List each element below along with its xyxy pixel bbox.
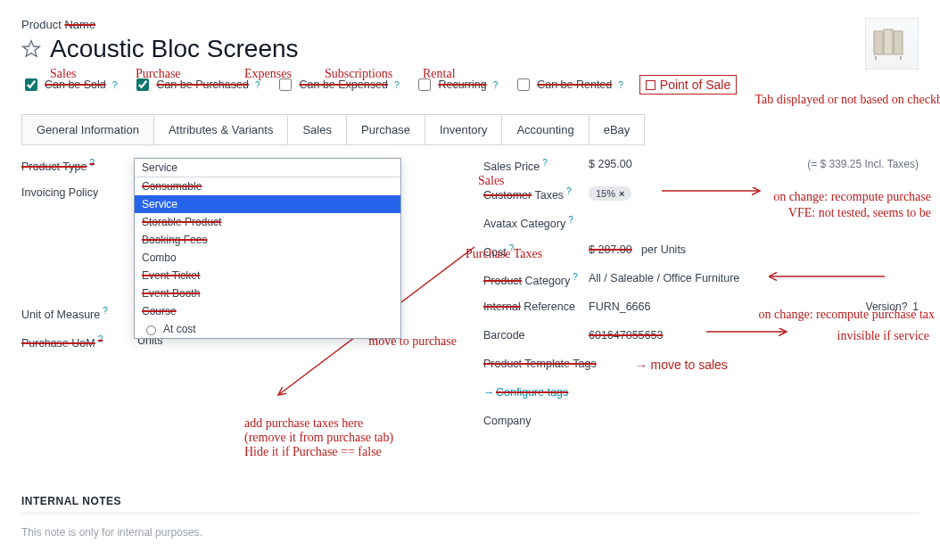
- customer-taxes-label: Customer Taxes?: [483, 186, 589, 202]
- tab-purchase[interactable]: Purchase: [347, 115, 425, 144]
- dropdown-current[interactable]: Service: [135, 159, 400, 177]
- annot-recompute-1: on change: recompute purchase: [773, 190, 931, 204]
- sales-price-label: Sales Price?: [483, 158, 589, 173]
- tab-attributes[interactable]: Attributes & Variants: [154, 115, 289, 144]
- internal-notes-input[interactable]: This note is only for internal purposes.: [21, 526, 919, 539]
- annot-add-ptax-1: add purchase taxes here: [244, 416, 457, 431]
- dd-storable[interactable]: Storable Product: [135, 213, 400, 231]
- barcode-label: Barcode: [483, 329, 589, 342]
- product-image[interactable]: [865, 18, 919, 70]
- dd-consumable[interactable]: Consumable: [135, 177, 400, 195]
- breadcrumb: Product Name: [21, 18, 299, 31]
- internal-notes-header: INTERNAL NOTES: [21, 495, 919, 514]
- customer-taxes-tag[interactable]: 15%×: [589, 186, 631, 201]
- tab-sales[interactable]: Sales: [288, 115, 347, 144]
- svg-rect-3: [894, 31, 903, 54]
- annot-add-ptax-2: (remove it from purchase tab): [244, 431, 457, 445]
- svg-marker-0: [23, 41, 39, 56]
- configure-tags-link[interactable]: Configure tags: [496, 386, 919, 399]
- can-be-purchased-check[interactable]: Can be Purchased?: [133, 76, 260, 94]
- avatax-label: Avatax Category?: [483, 215, 589, 230]
- incl-taxes: (= $ 339.25 Incl. Taxes): [807, 158, 919, 170]
- product-type-label: Product Type?: [21, 158, 127, 173]
- can-be-expensed-check[interactable]: Can be Expensed?: [276, 76, 399, 94]
- page-title: Acoustic Bloc Screens: [50, 35, 299, 63]
- annot-invisible-service: invisible if service: [837, 329, 929, 343]
- ptt-label: Product Template Tags: [483, 358, 626, 370]
- dd-service[interactable]: Service: [135, 195, 400, 213]
- internal-ref-label: Internal Reference: [483, 301, 589, 313]
- product-category-value[interactable]: All / Saleable / Office Furniture: [589, 272, 919, 284]
- dd-booking-fees[interactable]: Booking Fees: [135, 231, 400, 249]
- annot-tab-note: Tab displayed or not based on checkbo: [754, 93, 940, 107]
- recurring-check[interactable]: Recurring?: [415, 76, 498, 94]
- annot-recompute-2: VFE: not tested, seems to be: [788, 206, 931, 220]
- dd-combo[interactable]: Combo: [135, 249, 400, 267]
- annot-pos: Point of Sale: [639, 75, 737, 95]
- tab-accounting[interactable]: Accounting: [502, 115, 589, 144]
- annot-recompute-tax: on change: recompute purchase tax: [759, 308, 935, 322]
- tab-general[interactable]: General Information: [22, 115, 154, 144]
- product-type-dropdown: Service Consumable Service Storable Prod…: [134, 158, 401, 339]
- dd-event-ticket[interactable]: Event Ticket: [135, 267, 400, 284]
- favorite-star-icon[interactable]: [21, 39, 41, 59]
- dd-event-booth[interactable]: Event Booth: [135, 284, 400, 302]
- annot-purchase-taxes: Purchase Taxes: [466, 247, 542, 261]
- svg-rect-1: [874, 31, 883, 54]
- annot-add-ptax-3: Hide it if Purchase == false: [244, 445, 457, 459]
- tab-ebay[interactable]: eBay: [590, 115, 645, 144]
- tab-inventory[interactable]: Inventory: [425, 115, 502, 144]
- configure-tags-arrow-icon: →: [483, 386, 496, 399]
- uom-label: Unit of Measure?: [21, 306, 127, 321]
- purchase-uom-label: Purchase UoM?: [21, 334, 127, 350]
- product-category-label: Product Category?: [483, 272, 589, 287]
- dd-course[interactable]: Course: [135, 302, 400, 320]
- can-be-sold-check[interactable]: Can be Sold?: [21, 76, 117, 94]
- product-flags-row: Can be Sold? Can be Purchased? Can be Ex…: [21, 75, 919, 95]
- can-be-rented-check[interactable]: Can be Rented?: [514, 76, 623, 94]
- remove-tax-icon: ×: [619, 188, 624, 199]
- barcode-value[interactable]: 601647855653: [589, 329, 663, 342]
- cost-value[interactable]: $ 287.00: [589, 243, 632, 256]
- invoicing-policy-label: Invoicing Policy: [21, 186, 127, 199]
- sales-price-value[interactable]: $ 295.00: [589, 158, 736, 170]
- tab-bar: General Information Attributes & Variant…: [21, 114, 645, 145]
- company-label: Company: [483, 415, 589, 427]
- svg-rect-2: [884, 29, 893, 54]
- dd-radio-atcost[interactable]: At cost: [135, 320, 400, 338]
- annot-move-sales: → move to sales: [635, 358, 728, 373]
